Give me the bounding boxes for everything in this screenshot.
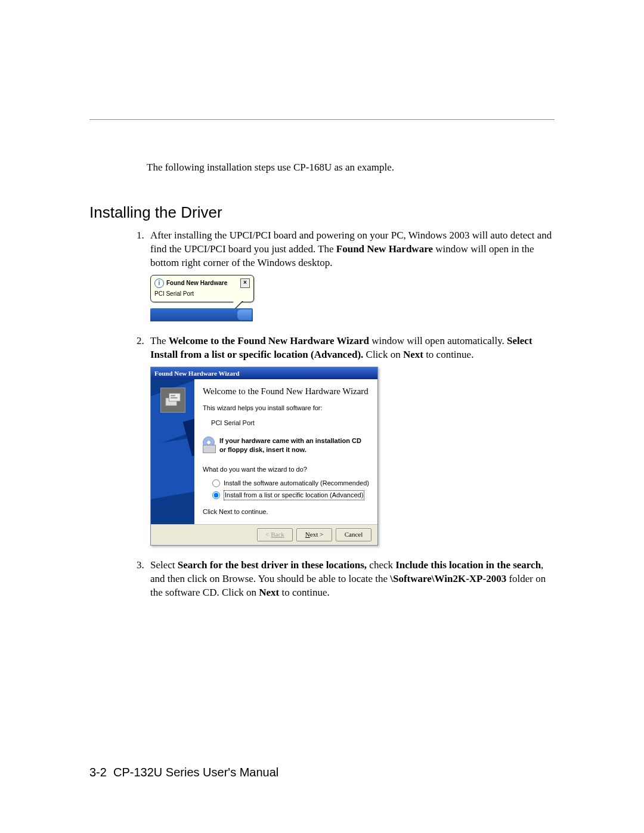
wizard-window: Found New Hardware Wizard Welcome to the… xyxy=(150,367,378,546)
balloon-screenshot: i Found New Hardware × PCI Serial Port xyxy=(150,275,555,321)
page-number: 3-2 xyxy=(89,766,107,779)
svg-rect-3 xyxy=(171,397,177,398)
radio-auto-input[interactable] xyxy=(212,479,220,487)
taskbar xyxy=(150,308,253,321)
steps-list: After installing the UPCI/PCI board and … xyxy=(147,229,555,600)
system-tray xyxy=(237,309,252,320)
radio-list-label: Install from a list or specific location… xyxy=(224,490,364,500)
wizard-options: Install the software automatically (Reco… xyxy=(212,479,369,500)
radio-list[interactable]: Install from a list or specific location… xyxy=(212,490,369,500)
found-new-hardware-balloon: i Found New Hardware × PCI Serial Port xyxy=(150,275,254,302)
wizard-subtext: This wizard helps you install software f… xyxy=(203,404,369,413)
back-button: < Back xyxy=(257,528,293,541)
radio-auto[interactable]: Install the software automatically (Reco… xyxy=(212,479,369,488)
step-1: After installing the UPCI/PCI board and … xyxy=(147,229,555,321)
cd-icon xyxy=(203,436,215,453)
text: check xyxy=(367,559,395,571)
balloon-device: PCI Serial Port xyxy=(154,290,250,297)
radio-list-input[interactable] xyxy=(212,491,220,499)
cd-line2: or floppy disk, insert it now. xyxy=(219,445,361,454)
bold: Include this location in the search xyxy=(395,559,541,571)
wizard-footer: < Back Next > Cancel xyxy=(151,524,377,545)
balloon-title: Found New Hardware xyxy=(166,280,227,286)
next-button[interactable]: Next > xyxy=(296,528,332,541)
bold: Next xyxy=(403,349,423,360)
close-icon[interactable]: × xyxy=(240,278,250,288)
text: to continue. xyxy=(423,349,474,360)
step-2: The Welcome to the Found New Hardware Wi… xyxy=(147,335,555,546)
svg-rect-2 xyxy=(171,395,175,396)
bold: Found New Hardware xyxy=(336,243,433,255)
text: Click on xyxy=(363,349,403,360)
text: to continue. xyxy=(279,587,330,598)
wizard-body: Welcome to the Found New Hardware Wizard… xyxy=(194,379,377,525)
radio-auto-label: Install the software automatically (Reco… xyxy=(224,479,369,488)
text: Select xyxy=(150,559,178,571)
bold: Next xyxy=(259,587,279,598)
cd-hint: If your hardware came with an installati… xyxy=(203,436,369,454)
wizard-heading: Welcome to the Found New Hardware Wizard xyxy=(203,386,369,397)
cancel-button[interactable]: Cancel xyxy=(336,528,371,541)
step-3: Select Search for the best driver in the… xyxy=(147,559,555,600)
bold: \Software\Win2K-XP-2003 xyxy=(390,573,506,584)
page-footer: 3-2 CP-132U Series User's Manual xyxy=(89,766,278,779)
wizard-sidebar xyxy=(151,379,194,525)
text: window will open automatically. xyxy=(369,335,507,346)
cd-line1: If your hardware came with an installati… xyxy=(219,436,361,445)
bold: Search for the best driver in these loca… xyxy=(178,559,367,571)
intro-text: The following installation steps use CP-… xyxy=(147,162,555,174)
text: The xyxy=(150,335,169,346)
wizard-device: PCI Serial Port xyxy=(211,419,369,428)
section-heading: Installing the Driver xyxy=(89,203,555,222)
wizard-question: What do you want the wizard to do? xyxy=(203,465,369,474)
wizard-titlebar: Found New Hardware Wizard xyxy=(151,367,377,379)
wizard-continue: Click Next to continue. xyxy=(203,507,369,516)
bold: Welcome to the Found New Hardware Wizard xyxy=(169,335,369,346)
document-page: The following installation steps use CP-… xyxy=(0,0,644,833)
horizontal-rule xyxy=(89,119,555,120)
device-icon xyxy=(160,388,185,413)
info-icon: i xyxy=(154,278,164,288)
manual-title: CP-132U Series User's Manual xyxy=(113,766,278,779)
